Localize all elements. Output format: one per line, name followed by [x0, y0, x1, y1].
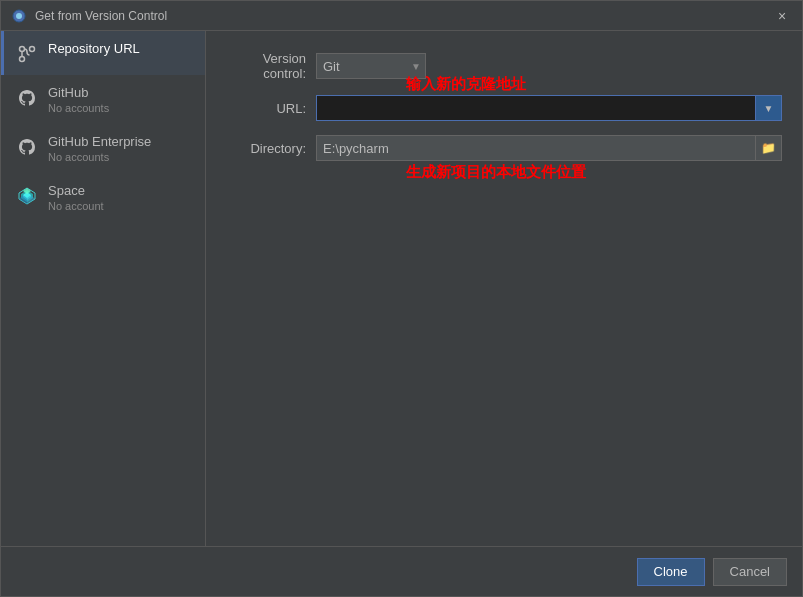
annotation-dir: 生成新项目的本地文件位置 — [406, 163, 586, 182]
directory-label: Directory: — [226, 141, 316, 156]
github-icon — [16, 87, 38, 109]
url-input[interactable] — [316, 95, 756, 121]
sidebar: Repository URL GitHub No accounts — [1, 31, 206, 546]
svg-point-3 — [20, 57, 25, 62]
directory-input-group: 📁 — [316, 135, 782, 161]
version-control-label: Version control: — [226, 51, 316, 81]
sidebar-item-github-enterprise-text: GitHub Enterprise No accounts — [48, 134, 151, 163]
url-label: URL: — [226, 101, 316, 116]
url-dropdown-button[interactable]: ▼ — [756, 95, 782, 121]
title-bar: Get from Version Control × — [1, 1, 802, 31]
svg-point-2 — [20, 47, 25, 52]
main-panel: Version control: Git Mercurial Subversio… — [206, 31, 802, 546]
svg-point-1 — [16, 13, 22, 19]
sidebar-item-github-sub: No accounts — [48, 102, 109, 114]
close-button[interactable]: × — [772, 6, 792, 26]
cancel-button[interactable]: Cancel — [713, 558, 787, 586]
url-dropdown-icon: ▼ — [764, 103, 774, 114]
url-row: URL: ▼ 输入新的克隆地址 — [226, 95, 782, 121]
sidebar-item-github-enterprise-label: GitHub Enterprise — [48, 134, 151, 149]
sidebar-item-space-sub: No account — [48, 200, 104, 212]
dialog: Get from Version Control × Repository — [0, 0, 803, 597]
content-area: Repository URL GitHub No accounts — [1, 31, 802, 546]
url-input-group: ▼ — [316, 95, 782, 121]
folder-icon: 📁 — [761, 141, 776, 155]
select-arrow-icon: ▼ — [411, 61, 421, 72]
sidebar-item-repository-url-label: Repository URL — [48, 41, 140, 56]
version-control-control: Git Mercurial Subversion ▼ — [316, 53, 782, 79]
sidebar-item-github-enterprise[interactable]: GitHub Enterprise No accounts — [1, 124, 205, 173]
directory-control: 📁 — [316, 135, 782, 161]
version-control-select[interactable]: Git Mercurial Subversion — [323, 59, 419, 74]
sidebar-item-repository-url[interactable]: Repository URL — [1, 31, 205, 75]
clone-button[interactable]: Clone — [637, 558, 705, 586]
footer: Clone Cancel — [1, 546, 802, 596]
directory-row: Directory: 📁 生成新项目的本地文件位置 — [226, 135, 782, 161]
app-icon — [11, 8, 27, 24]
space-icon — [16, 185, 38, 207]
svg-point-4 — [30, 47, 35, 52]
sidebar-item-github[interactable]: GitHub No accounts — [1, 75, 205, 124]
sidebar-item-space[interactable]: Space No account — [1, 173, 205, 222]
vcs-icon — [16, 43, 38, 65]
sidebar-item-space-text: Space No account — [48, 183, 104, 212]
sidebar-item-space-label: Space — [48, 183, 104, 198]
directory-input[interactable] — [316, 135, 756, 161]
browse-directory-button[interactable]: 📁 — [756, 135, 782, 161]
sidebar-item-github-text: GitHub No accounts — [48, 85, 109, 114]
title-text: Get from Version Control — [35, 9, 772, 23]
annotation-url: 输入新的克隆地址 — [406, 75, 526, 94]
sidebar-item-github-label: GitHub — [48, 85, 109, 100]
sidebar-item-repository-url-text: Repository URL — [48, 41, 140, 56]
sidebar-item-github-enterprise-sub: No accounts — [48, 151, 151, 163]
url-control: ▼ — [316, 95, 782, 121]
github-enterprise-icon — [16, 136, 38, 158]
